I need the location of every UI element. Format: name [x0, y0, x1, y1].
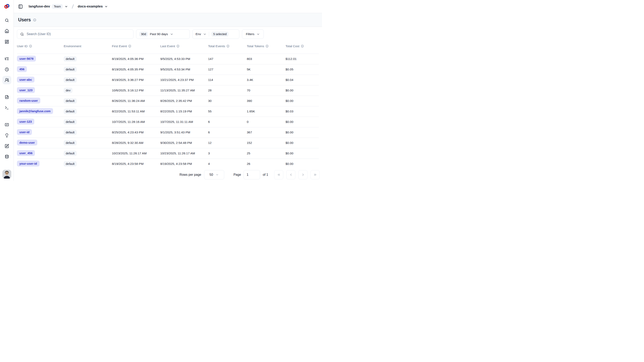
- table-row[interactable]: random-userdefault8/26/2025, 11:36:24 AM…: [17, 96, 319, 106]
- playground-icon[interactable]: [2, 104, 11, 112]
- page-number-input[interactable]: [244, 170, 260, 179]
- pagination-buttons: [274, 170, 320, 179]
- total-cost-cell: $0.00: [286, 159, 319, 169]
- column-header-label: Total Tokens: [247, 44, 264, 48]
- info-icon[interactable]: [266, 45, 268, 48]
- first-event-cell: 8/25/2025, 4:23:43 PM: [112, 127, 160, 138]
- user-id-badge[interactable]: your-user-id: [17, 161, 40, 166]
- table-header-row: User IDEnvironmentFirst EventLast EventT…: [17, 39, 319, 54]
- table-body: user-5678default8/19/2025, 4:05:36 PM9/5…: [17, 54, 319, 169]
- total-tokens-cell: 70: [247, 85, 286, 96]
- prompts-icon[interactable]: [2, 93, 11, 101]
- table-row[interactable]: demo-userdefault8/28/2025, 9:32:30 AM9/3…: [17, 138, 319, 148]
- breadcrumb: langfuse-dev Team docs-examples: [29, 4, 108, 9]
- table-row[interactable]: user-abcdefault8/19/2025, 3:36:27 PM10/2…: [17, 75, 319, 85]
- total-tokens-cell: 390: [247, 96, 286, 106]
- evaluation-icon[interactable]: [2, 121, 11, 129]
- table-row[interactable]: user-iddefault8/25/2025, 4:23:43 PM9/1/2…: [17, 127, 319, 138]
- user-id-badge[interactable]: user_456: [17, 150, 35, 156]
- user-id-badge[interactable]: user_123: [17, 87, 35, 93]
- first-event-cell: 10/23/2025, 11:26:17 AM: [112, 148, 160, 159]
- datasets-icon[interactable]: [2, 153, 11, 161]
- first-event-cell: 8/19/2025, 4:05:36 PM: [112, 54, 160, 64]
- info-icon[interactable]: [226, 45, 230, 48]
- column-header-total-tokens: Total Tokens: [247, 39, 286, 54]
- info-icon[interactable]: [29, 45, 32, 48]
- breadcrumb-separator: [70, 4, 75, 9]
- app-window: langfuse-dev Team docs-examples Users: [0, 0, 322, 181]
- table-row[interactable]: user-5678default8/19/2025, 4:05:36 PM9/5…: [17, 54, 319, 64]
- column-header-label: Total Events: [208, 44, 225, 48]
- organization-chevron-down-icon[interactable]: [64, 5, 68, 8]
- total-events-cell: 127: [208, 64, 247, 75]
- page-title-info-icon[interactable]: [33, 18, 36, 22]
- total-tokens-cell: 5K: [247, 64, 286, 75]
- langfuse-logo: [3, 3, 11, 10]
- table-row[interactable]: user-123default10/7/2025, 11:28:16 AM10/…: [17, 117, 319, 127]
- user-id-badge[interactable]: user-123: [17, 119, 34, 125]
- search-icon[interactable]: [2, 16, 11, 25]
- user-id-badge[interactable]: 456: [17, 66, 27, 72]
- last-event-cell: 10/21/2025, 4:23:37 PM: [160, 75, 208, 85]
- users-icon[interactable]: [2, 76, 11, 84]
- search-input[interactable]: [26, 32, 130, 36]
- total-events-cell: 6: [208, 117, 247, 127]
- user-id-badge[interactable]: random-user: [17, 98, 40, 104]
- first-event-cell: 10/6/2025, 3:16:12 PM: [112, 85, 160, 96]
- first-page-button[interactable]: [274, 170, 283, 179]
- filters-label: Filters: [246, 32, 254, 36]
- last-event-cell: 11/13/2025, 11:35:27 AM: [160, 85, 208, 96]
- dashboards-icon[interactable]: [2, 38, 11, 46]
- column-header-total-events: Total Events: [208, 39, 247, 54]
- user-avatar[interactable]: [2, 170, 11, 179]
- last-event-cell: 9/5/2025, 4:53:34 PM: [160, 64, 208, 75]
- table-row[interactable]: your-user-iddefault8/19/2025, 4:23:58 PM…: [17, 159, 319, 169]
- rows-per-page-label: Rows per page: [180, 173, 201, 177]
- user-id-badge[interactable]: demo-user: [17, 140, 37, 146]
- environment-selected-badge: 5 selected: [212, 32, 228, 37]
- total-cost-cell: $0.00: [286, 85, 319, 96]
- user-id-badge[interactable]: user-5678: [17, 56, 36, 62]
- environment-badge: default: [64, 151, 76, 156]
- environment-filter-button[interactable]: Env 5 selected: [192, 30, 239, 39]
- last-page-button[interactable]: [310, 170, 320, 179]
- first-event-cell: 8/26/2025, 11:36:24 AM: [112, 96, 160, 106]
- user-id-badge[interactable]: user-id: [17, 129, 32, 135]
- users-table: User IDEnvironmentFirst EventLast EventT…: [17, 39, 319, 169]
- total-events-cell: 114: [208, 75, 247, 85]
- table-row[interactable]: user_456default10/23/2025, 11:26:17 AM10…: [17, 148, 319, 159]
- date-range-shortcut-badge: 90d: [139, 32, 148, 37]
- environment-badge: default: [64, 130, 76, 135]
- last-event-cell: 10/7/2025, 11:31:11 AM: [160, 117, 208, 127]
- table-row[interactable]: 456default8/19/2025, 4:05:35 PM9/5/2025,…: [17, 64, 319, 75]
- filters-button[interactable]: Filters: [242, 30, 264, 39]
- total-cost-cell: $112.01: [286, 54, 319, 64]
- organization-plan-badge[interactable]: Team: [52, 4, 63, 9]
- sessions-icon[interactable]: [2, 65, 11, 74]
- project-chevron-down-icon[interactable]: [104, 5, 108, 8]
- total-cost-cell: $0.00: [286, 127, 319, 138]
- tracing-icon[interactable]: [2, 55, 11, 63]
- home-icon[interactable]: [2, 27, 11, 35]
- environment-badge: default: [64, 67, 76, 72]
- organization-name[interactable]: langfuse-dev: [29, 5, 50, 9]
- insights-icon[interactable]: [2, 131, 11, 140]
- total-events-cell: 4: [208, 159, 247, 169]
- chevron-down-icon: [170, 33, 174, 36]
- next-page-button[interactable]: [298, 170, 308, 179]
- date-range-button[interactable]: 90d Past 90 days: [136, 30, 190, 39]
- user-id-badge[interactable]: user-abc: [17, 77, 34, 83]
- info-icon[interactable]: [128, 45, 131, 48]
- info-icon[interactable]: [301, 45, 304, 48]
- table-row[interactable]: jannik@langfuse.comdefault8/22/2025, 11:…: [17, 106, 319, 117]
- user-id-badge[interactable]: jannik@langfuse.com: [17, 108, 53, 114]
- project-name[interactable]: docs-examples: [78, 5, 103, 9]
- total-cost-cell: $0.00: [286, 148, 319, 159]
- sidebar-toggle-icon[interactable]: [16, 3, 24, 10]
- rows-per-page-select[interactable]: 50: [204, 170, 224, 179]
- annotation-icon[interactable]: [2, 142, 11, 150]
- table-row[interactable]: user_123dev10/6/2025, 3:16:12 PM11/13/20…: [17, 85, 319, 96]
- total-events-cell: 3: [208, 148, 247, 159]
- previous-page-button[interactable]: [286, 170, 296, 179]
- info-icon[interactable]: [176, 45, 180, 48]
